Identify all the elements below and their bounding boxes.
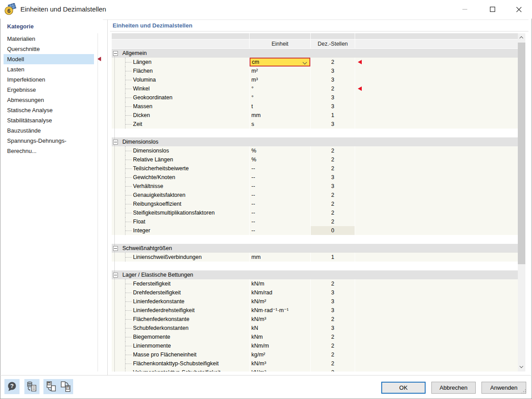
unit-cell[interactable]: kNm [250, 332, 310, 341]
decimals-cell[interactable]: 2 [311, 208, 355, 217]
collapse-toggle-icon[interactable] [113, 140, 118, 145]
decimals-cell[interactable]: 2 [311, 350, 355, 359]
decimals-cell[interactable]: 3 [311, 182, 355, 191]
decimals-cell[interactable]: 2 [311, 217, 355, 226]
decimals-cell[interactable]: 3 [311, 173, 355, 182]
unit-value: s [250, 121, 254, 127]
unit-cell[interactable]: % [250, 146, 310, 155]
unit-cell[interactable]: -- [250, 217, 310, 226]
unit-cell[interactable]: kN/m³ [250, 368, 310, 372]
decimals-cell[interactable]: 2 [311, 84, 355, 93]
decimals-cell[interactable]: 2 [311, 191, 355, 200]
database-transfer-button[interactable] [24, 379, 39, 394]
scrollbar-thumb[interactable] [518, 43, 525, 264]
unit-cell[interactable]: -- [250, 182, 310, 191]
unit-cell[interactable]: -- [250, 164, 310, 173]
unit-cell[interactable]: -- [250, 226, 310, 235]
decimals-cell[interactable]: 2 [311, 200, 355, 208]
decimals-cell[interactable]: 2 [311, 58, 355, 66]
decimals-cell[interactable]: 2 [311, 146, 355, 155]
unit-cell[interactable]: -- [250, 200, 310, 208]
minimize-button[interactable] [455, 0, 475, 19]
unit-cell[interactable]: mm [250, 253, 310, 262]
decimals-cell[interactable]: 0 [311, 226, 355, 235]
row-end-cell [355, 368, 518, 372]
unit-cell[interactable]: % [250, 155, 310, 164]
sidebar-item-bauzust-nde[interactable]: Bauzustände [4, 125, 94, 136]
row-end-cell [355, 182, 518, 191]
unit-cell[interactable]: t [250, 102, 310, 111]
load-from-template-button[interactable]: T [58, 379, 73, 394]
decimals-cell[interactable]: 2 [311, 332, 355, 341]
decimals-cell[interactable]: 3 [311, 297, 355, 306]
collapse-toggle-icon[interactable] [113, 51, 118, 56]
row-label-cell: Federsteifigkeit [112, 279, 249, 288]
decimals-cell[interactable]: 3 [311, 66, 355, 75]
unit-dropdown[interactable]: cm [250, 58, 310, 66]
decimals-cell[interactable]: 3 [311, 324, 355, 332]
unit-cell[interactable]: kNm/rad [250, 288, 310, 297]
decimals-cell[interactable]: 2 [311, 164, 355, 173]
unit-cell[interactable]: -- [250, 173, 310, 182]
unit-cell[interactable]: kN/m [250, 279, 310, 288]
unit-cell[interactable]: kNm·rad⁻¹·m⁻¹ [250, 306, 310, 315]
decimals-cell[interactable]: 2 [311, 155, 355, 164]
vertical-scrollbar[interactable] [518, 33, 525, 372]
sidebar-item-querschnitte[interactable]: Querschnitte [4, 44, 94, 54]
unit-cell[interactable]: kN/m² [250, 297, 310, 306]
decimals-cell[interactable]: 2 [311, 341, 355, 350]
row-label: Flächenfederkonstante [133, 315, 189, 324]
unit-cell[interactable]: ° [250, 84, 310, 93]
unit-cell[interactable]: s [250, 120, 310, 129]
sidebar-item-modell[interactable]: Modell [4, 54, 94, 64]
help-button[interactable]: ? [4, 379, 20, 394]
maximize-button[interactable] [482, 0, 503, 19]
sidebar-item-materialien[interactable]: Materialien [4, 34, 94, 44]
collapse-toggle-icon[interactable] [113, 246, 118, 251]
apply-button[interactable]: Anwenden [481, 382, 526, 394]
sidebar-item-lasten[interactable]: Lasten [4, 64, 94, 74]
unit-cell[interactable]: m³ [250, 75, 310, 84]
decimals-cell[interactable]: 3 [311, 120, 355, 129]
sidebar-item-stabilit-tsanalyse[interactable]: Stabilitätsanalyse [4, 115, 94, 125]
decimals-cell[interactable]: 1 [311, 253, 355, 262]
decimals-cell[interactable]: 3 [311, 288, 355, 297]
collapse-toggle-icon[interactable] [113, 273, 118, 278]
unit-cell[interactable]: mm [250, 111, 310, 120]
decimals-cell[interactable]: 2 [311, 368, 355, 372]
ok-button[interactable]: OK [381, 382, 426, 394]
unit-cell[interactable]: kN/m³ [250, 315, 310, 324]
sidebar-item-imperfektionen[interactable]: Imperfektionen [4, 74, 94, 85]
cancel-button[interactable]: Abbrechen [431, 382, 476, 394]
close-icon [516, 7, 522, 12]
unit-cell[interactable]: -- [250, 208, 310, 217]
title-bar[interactable]: 6 Einheiten und Dezimalstellen [0, 0, 532, 19]
unit-cell[interactable]: kN [250, 324, 310, 332]
unit-cell[interactable]: kN/m³ [250, 359, 310, 368]
decimals-cell[interactable]: 2 [311, 279, 355, 288]
unit-cell[interactable]: kg/m² [250, 350, 310, 359]
decimals-cell[interactable]: 3 [311, 102, 355, 111]
scroll-up-button[interactable] [518, 33, 525, 42]
sidebar-item-spannungs-dehnungs-berechnu-[interactable]: Spannungs-Dehnungs-Berechnu... [4, 136, 94, 146]
unit-cell[interactable]: ° [250, 93, 310, 102]
unit-cell[interactable]: m² [250, 66, 310, 75]
unit-cell[interactable]: cm [250, 58, 310, 66]
unit-cell[interactable]: kNm/m [250, 341, 310, 350]
scroll-down-button[interactable] [518, 363, 525, 372]
sidebar-item-abmessungen[interactable]: Abmessungen [4, 95, 94, 105]
sidebar-item-statische-analyse[interactable]: Statische Analyse [4, 105, 94, 115]
decimals-cell[interactable]: 2 [311, 315, 355, 324]
decimals-cell[interactable]: 3 [311, 93, 355, 102]
close-button[interactable] [509, 0, 529, 19]
category-panel: Kategorie MaterialienQuerschnitteModellL… [4, 20, 103, 372]
decimals-cell[interactable]: 1 [311, 111, 355, 120]
row-label: Längen [133, 58, 152, 66]
resize-grip[interactable] [521, 389, 527, 395]
decimals-cell[interactable]: 3 [311, 75, 355, 84]
sidebar-item-ergebnisse[interactable]: Ergebnisse [4, 85, 94, 95]
decimals-cell[interactable]: 3 [311, 306, 355, 315]
decimals-cell[interactable]: 2 [311, 359, 355, 368]
unit-cell[interactable]: -- [250, 191, 310, 200]
save-as-template-button[interactable]: T [43, 379, 59, 394]
